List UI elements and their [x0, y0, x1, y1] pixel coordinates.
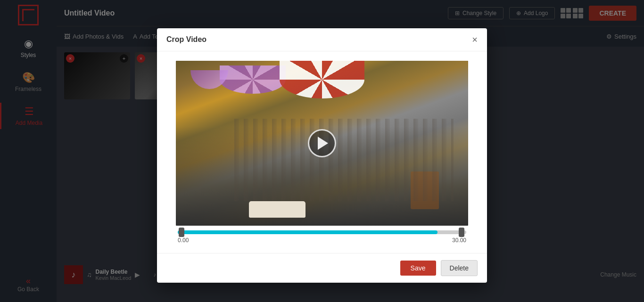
crowd: [234, 119, 454, 201]
scrubber-handle-right[interactable]: [459, 228, 464, 237]
modal-footer: Save Delete: [157, 253, 487, 283]
modal-header: Crop Video ×: [157, 28, 487, 51]
car: [249, 201, 305, 218]
modal-body: 0.00 30.00: [157, 51, 487, 253]
scrubber-start-time: 0.00: [178, 237, 189, 244]
scrubber[interactable]: 0.00 30.00: [176, 230, 468, 244]
delete-button[interactable]: Delete: [441, 260, 478, 276]
tent-red: [280, 61, 364, 98]
play-triangle-icon: [318, 137, 328, 150]
play-button-overlay[interactable]: [308, 129, 336, 157]
scrubber-end-time: 30.00: [452, 237, 466, 244]
scrubber-track[interactable]: [178, 230, 466, 234]
modal-title: Crop Video: [166, 35, 206, 44]
scrubber-labels: 0.00 30.00: [178, 237, 466, 244]
modal-close-button[interactable]: ×: [472, 35, 478, 44]
tent-purple: [220, 65, 286, 94]
save-button[interactable]: Save: [400, 261, 436, 276]
scrubber-handle-left[interactable]: [179, 228, 184, 237]
video-player[interactable]: [176, 61, 468, 226]
tent-small: [190, 70, 228, 89]
crop-video-modal: Crop Video ×: [157, 28, 487, 283]
modal-backdrop: Crop Video ×: [0, 0, 644, 302]
scrubber-fill: [178, 230, 438, 234]
